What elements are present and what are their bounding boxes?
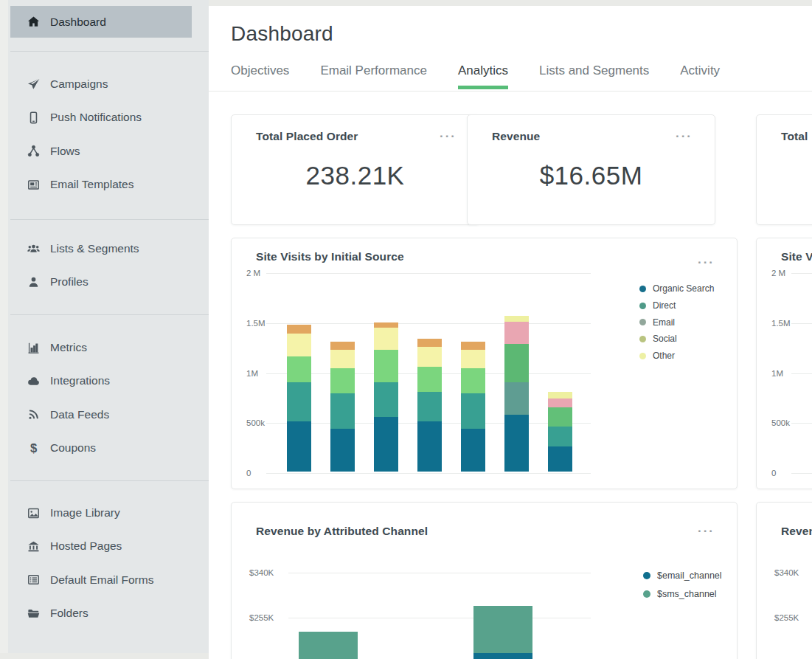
bar-segment[interactable] xyxy=(287,356,311,382)
cloud-icon xyxy=(25,373,41,389)
stacked-bar[interactable] xyxy=(287,325,311,472)
sidebar-item-folders[interactable]: Folders xyxy=(10,603,192,624)
bar-segment[interactable] xyxy=(461,393,485,428)
card-menu-button[interactable]: ··· xyxy=(698,259,715,266)
bar-segment[interactable] xyxy=(548,398,572,407)
sidebar-item-label: Image Library xyxy=(50,506,120,520)
sidebar-item-push-notifications[interactable]: Push Notifications xyxy=(10,107,192,128)
sidebar-item-default-email-forms[interactable]: Default Email Forms xyxy=(10,570,192,590)
bar-segment[interactable] xyxy=(287,382,311,421)
sidebar-item-hosted-pages[interactable]: Hosted Pages xyxy=(10,536,192,556)
stacked-bar[interactable] xyxy=(374,322,398,472)
legend-item-email[interactable]: Email xyxy=(639,314,714,331)
bar-segment[interactable] xyxy=(548,392,572,399)
gridline xyxy=(288,573,591,573)
bar-segment[interactable] xyxy=(330,342,355,350)
tab-activity[interactable]: Activity xyxy=(680,63,720,89)
bar-segment[interactable] xyxy=(330,429,355,472)
revenue-bar[interactable] xyxy=(473,606,532,659)
card-menu-button[interactable]: ··· xyxy=(698,528,715,535)
revenue-bar-email-segment[interactable] xyxy=(473,653,532,659)
bar-segment[interactable] xyxy=(548,427,572,446)
sidebar-item-label: Coupons xyxy=(50,441,96,455)
bar-segment[interactable] xyxy=(548,407,572,427)
legend-item-email-channel[interactable]: $email_channel xyxy=(643,566,722,584)
metric-value: 238.21K xyxy=(232,161,479,190)
card-menu-button[interactable]: ··· xyxy=(676,133,693,140)
bank-icon xyxy=(25,538,41,554)
phone-icon xyxy=(25,109,41,125)
bar-segment[interactable] xyxy=(461,342,485,350)
tab-objectives[interactable]: Objectives xyxy=(231,63,289,89)
bar-segment[interactable] xyxy=(504,344,529,383)
sidebar-item-integrations[interactable]: Integrations xyxy=(10,370,192,391)
bar-segment[interactable] xyxy=(287,325,311,334)
bar-segment[interactable] xyxy=(417,421,442,472)
sidebar-item-image-library[interactable]: Image Library xyxy=(10,503,192,523)
bar-segment[interactable] xyxy=(548,446,572,472)
sidebar-item-dashboard[interactable]: Dashboard xyxy=(10,6,192,38)
bar-segment[interactable] xyxy=(287,334,311,356)
bar-segment[interactable] xyxy=(417,392,442,422)
legend-item-other[interactable]: Other xyxy=(639,348,714,365)
bar-segment[interactable] xyxy=(504,382,529,414)
bar-segment[interactable] xyxy=(374,328,398,350)
sidebar-item-flows[interactable]: Flows xyxy=(10,141,192,162)
tab-bar: ObjectivesEmail PerformanceAnalyticsList… xyxy=(231,63,720,89)
tab-analytics[interactable]: Analytics xyxy=(458,63,508,89)
tab-bar-divider xyxy=(209,91,812,92)
sidebar-item-data-feeds[interactable]: Data Feeds xyxy=(10,404,192,425)
tab-lists-and-segments[interactable]: Lists and Segments xyxy=(539,63,649,89)
legend-label: $sms_channel xyxy=(657,589,717,599)
legend-label: $email_channel xyxy=(657,570,722,581)
bar-segment[interactable] xyxy=(461,429,485,472)
bar-segment[interactable] xyxy=(374,382,398,416)
bar-segment[interactable] xyxy=(374,322,398,328)
bar-segment[interactable] xyxy=(461,368,485,393)
y-axis-tick-label: $255K xyxy=(249,613,274,622)
bar-segment[interactable] xyxy=(417,347,442,367)
y-axis-tick-label: 1M xyxy=(246,369,258,378)
sidebar-item-metrics[interactable]: Metrics xyxy=(10,337,192,358)
legend-item-organic-search[interactable]: Organic Search xyxy=(639,280,714,297)
sidebar-left-edge xyxy=(0,0,8,653)
bar-segment[interactable] xyxy=(504,415,529,472)
legend-item-social[interactable]: Social xyxy=(639,331,714,348)
bar-segment[interactable] xyxy=(374,417,398,472)
bar-segment[interactable] xyxy=(330,368,355,393)
sidebar-item-label: Dashboard xyxy=(50,15,106,29)
tab-email-performance[interactable]: Email Performance xyxy=(320,63,427,89)
gridline xyxy=(791,373,812,374)
stacked-bar[interactable] xyxy=(548,392,572,472)
stacked-bar[interactable] xyxy=(504,316,529,472)
legend-item-sms-channel[interactable]: $sms_channel xyxy=(643,584,722,603)
y-axis-tick-label: 1.5M xyxy=(246,319,266,328)
bar-segment[interactable] xyxy=(417,339,442,347)
legend-label: Organic Search xyxy=(653,283,714,294)
bar-segment[interactable] xyxy=(287,421,311,472)
bar-segment[interactable] xyxy=(330,393,355,428)
y-axis-tick-label: $340K xyxy=(774,568,799,577)
sidebar-item-coupons[interactable]: $Coupons xyxy=(10,438,192,458)
revenue-bar[interactable] xyxy=(299,632,358,659)
bar-segment[interactable] xyxy=(504,316,529,322)
sidebar-item-profiles[interactable]: Profiles xyxy=(10,272,192,292)
stacked-bar[interactable] xyxy=(461,342,485,472)
sidebar: DashboardCampaignsPush NotificationsFlow… xyxy=(0,0,209,653)
sidebar-item-label: Email Templates xyxy=(50,178,133,191)
sidebar-item-campaigns[interactable]: Campaigns xyxy=(10,74,192,94)
card-menu-button[interactable]: ··· xyxy=(440,133,457,140)
stacked-bar[interactable] xyxy=(330,342,355,472)
legend-dot xyxy=(639,336,646,342)
bar-segment[interactable] xyxy=(330,350,355,369)
sidebar-item-email-templates[interactable]: Email Templates xyxy=(10,174,192,195)
stacked-bar[interactable] xyxy=(417,339,442,472)
legend-item-direct[interactable]: Direct xyxy=(639,297,714,314)
bar-segment[interactable] xyxy=(417,367,442,392)
gridline xyxy=(266,323,591,324)
sidebar-item-lists-segments[interactable]: Lists & Segments xyxy=(10,238,192,259)
bar-segment[interactable] xyxy=(504,322,529,344)
bar-segment[interactable] xyxy=(461,350,485,369)
dollar-icon: $ xyxy=(25,440,41,456)
bar-segment[interactable] xyxy=(374,350,398,383)
